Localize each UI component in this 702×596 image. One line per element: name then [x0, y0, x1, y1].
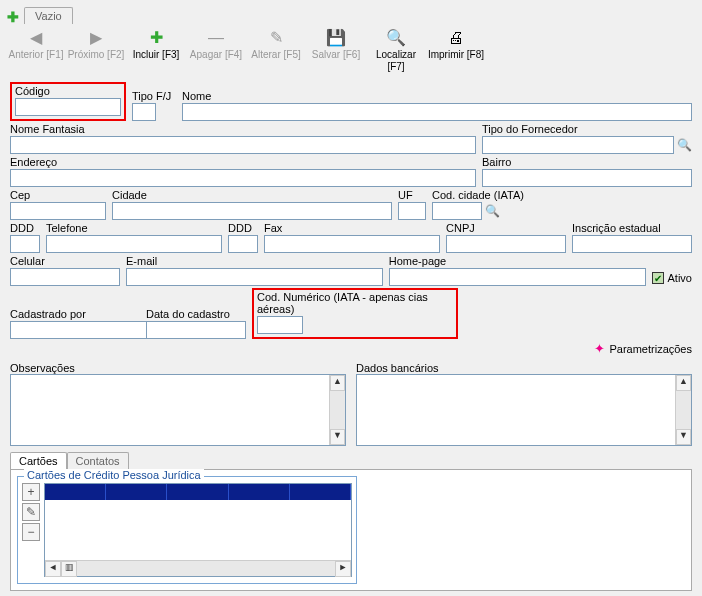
cadastrado-por-input[interactable]: [10, 321, 154, 339]
bairro-input[interactable]: [482, 169, 692, 187]
observacoes-label: Observações: [10, 362, 346, 374]
data-cadastro-input[interactable]: [146, 321, 246, 339]
scroll-thumb[interactable]: ▥: [61, 561, 77, 577]
cartoes-grid[interactable]: ◄ ▥ ►: [44, 483, 352, 577]
scroll-down-icon[interactable]: ▼: [676, 429, 691, 445]
tipo-fornecedor-input[interactable]: [482, 136, 674, 154]
bairro-label: Bairro: [482, 156, 692, 168]
scroll-left-icon[interactable]: ◄: [45, 561, 61, 577]
celular-label: Celular: [10, 255, 120, 267]
cod-numerico-iata-input[interactable]: [257, 316, 303, 334]
fax-input[interactable]: [264, 235, 440, 253]
ddd1-label: DDD: [10, 222, 40, 234]
cnpj-label: CNPJ: [446, 222, 566, 234]
lookup-icon[interactable]: 🔍: [676, 136, 692, 154]
tipofj-label: Tipo F/J: [132, 90, 176, 102]
parametrizacoes-link[interactable]: ✦ Parametrizações: [10, 341, 692, 356]
proximo-button: ▶ Próximo [F2]: [66, 28, 126, 72]
ddd1-input[interactable]: [10, 235, 40, 253]
cartoes-groupbox: Cartões de Crédito Pessoa Jurídica + ✎ −: [17, 476, 357, 584]
inscricao-estadual-input[interactable]: [572, 235, 692, 253]
tipofj-input[interactable]: [132, 103, 156, 121]
edit-icon: ✎: [246, 28, 306, 48]
fax-label: Fax: [264, 222, 440, 234]
incluir-button[interactable]: ✚ Incluir [F3]: [126, 28, 186, 72]
grid-edit-button[interactable]: ✎: [22, 503, 40, 521]
observacoes-textarea[interactable]: ▲ ▼: [10, 374, 346, 446]
cidade-input[interactable]: [112, 202, 392, 220]
arrow-right-icon: ▶: [66, 28, 126, 48]
gear-icon: ✦: [594, 341, 605, 356]
grid-header: [45, 484, 351, 500]
alterar-button: ✎ Alterar [F5]: [246, 28, 306, 72]
scrollbar[interactable]: ▲ ▼: [329, 375, 345, 445]
endereco-label: Endereço: [10, 156, 476, 168]
codigo-highlight: Código: [10, 82, 126, 121]
cartoes-panel: Cartões de Crédito Pessoa Jurídica + ✎ −: [10, 469, 692, 591]
inscricao-estadual-label: Inscrição estadual: [572, 222, 692, 234]
homepage-label: Home-page: [389, 255, 646, 267]
email-input[interactable]: [126, 268, 383, 286]
arrow-left-icon: ◀: [6, 28, 66, 48]
tipo-fornecedor-label: Tipo do Fornecedor: [482, 123, 692, 135]
tab-contatos[interactable]: Contatos: [67, 452, 129, 469]
anterior-button: ◀ Anterior [F1]: [6, 28, 66, 72]
data-cadastro-label: Data do cadastro: [146, 308, 246, 320]
codigo-label: Código: [15, 85, 121, 97]
endereco-input[interactable]: [10, 169, 476, 187]
nome-fantasia-input[interactable]: [10, 136, 476, 154]
nome-fantasia-label: Nome Fantasia: [10, 123, 476, 135]
cod-numerico-highlight: Cod. Numérico (IATA - apenas cias aéreas…: [252, 288, 458, 339]
tab-cartoes[interactable]: Cartões: [10, 452, 67, 469]
toolbar: ◀ Anterior [F1] ▶ Próximo [F2] ✚ Incluir…: [0, 24, 702, 74]
celular-input[interactable]: [10, 268, 120, 286]
scrollbar[interactable]: ◄ ▥ ►: [45, 560, 351, 576]
scroll-down-icon[interactable]: ▼: [330, 429, 345, 445]
search-icon: 🔍: [366, 28, 426, 48]
codigo-input[interactable]: [15, 98, 121, 116]
uf-input[interactable]: [398, 202, 426, 220]
lookup-icon[interactable]: 🔍: [484, 202, 500, 220]
cadastrado-por-label: Cadastrado por: [10, 308, 140, 320]
dados-bancarios-label: Dados bancários: [356, 362, 692, 374]
grid-add-button[interactable]: +: [22, 483, 40, 501]
main-tab[interactable]: Vazio: [24, 7, 73, 24]
save-icon: 💾: [306, 28, 366, 48]
email-label: E-mail: [126, 255, 383, 267]
grid-remove-button[interactable]: −: [22, 523, 40, 541]
uf-label: UF: [398, 189, 426, 201]
telefone-input[interactable]: [46, 235, 222, 253]
apagar-button: — Apagar [F4]: [186, 28, 246, 72]
localizar-button[interactable]: 🔍 Localizar [F7]: [366, 28, 426, 72]
nome-input[interactable]: [182, 103, 692, 121]
cep-label: Cep: [10, 189, 106, 201]
salvar-button: 💾 Salvar [F6]: [306, 28, 366, 72]
nome-label: Nome: [182, 90, 692, 102]
plus-icon: ✚: [126, 28, 186, 48]
scroll-up-icon[interactable]: ▲: [676, 375, 691, 391]
scrollbar[interactable]: ▲ ▼: [675, 375, 691, 445]
groupbox-title: Cartões de Crédito Pessoa Jurídica: [24, 469, 204, 481]
cnpj-input[interactable]: [446, 235, 566, 253]
telefone-label: Telefone: [46, 222, 222, 234]
print-icon: 🖨: [426, 28, 486, 48]
ativo-checkbox[interactable]: ✔: [652, 272, 664, 284]
imprimir-button[interactable]: 🖨 Imprimir [F8]: [426, 28, 486, 72]
ddd2-input[interactable]: [228, 235, 258, 253]
add-tab-icon[interactable]: ✚: [6, 10, 20, 24]
cod-cidade-iata-input[interactable]: [432, 202, 482, 220]
cod-cidade-iata-label: Cod. cidade (IATA): [432, 189, 556, 201]
ddd2-label: DDD: [228, 222, 258, 234]
scroll-up-icon[interactable]: ▲: [330, 375, 345, 391]
dados-bancarios-textarea[interactable]: ▲ ▼: [356, 374, 692, 446]
cep-input[interactable]: [10, 202, 106, 220]
ativo-label: Ativo: [668, 272, 692, 284]
minus-icon: —: [186, 28, 246, 48]
homepage-input[interactable]: [389, 268, 646, 286]
cidade-label: Cidade: [112, 189, 392, 201]
cod-numerico-iata-label: Cod. Numérico (IATA - apenas cias aéreas…: [257, 291, 453, 315]
scroll-right-icon[interactable]: ►: [335, 561, 351, 577]
